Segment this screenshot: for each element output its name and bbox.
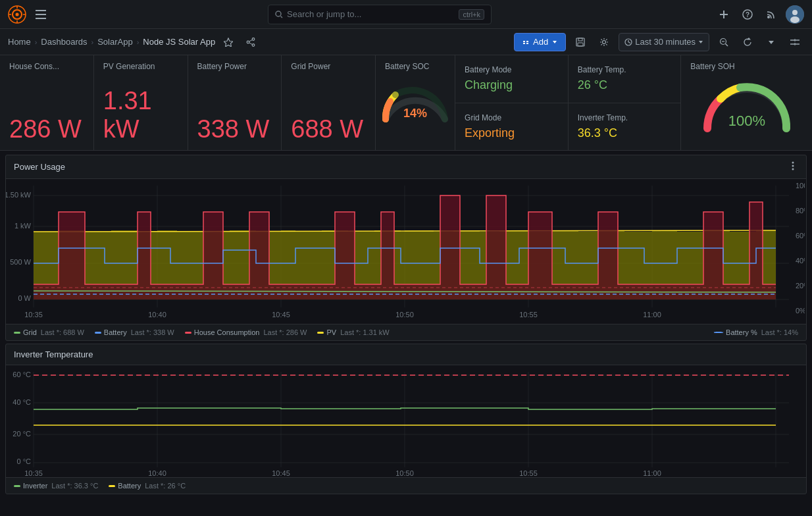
battery-legend-color <box>95 332 101 334</box>
battery-temp-value: 26 °C <box>578 78 672 92</box>
svg-point-16 <box>767 16 770 18</box>
user-avatar[interactable] <box>786 5 804 24</box>
power-usage-legend: Grid Last *: 688 W Battery Last *: 338 W… <box>6 324 806 340</box>
settings-button[interactable] <box>595 33 613 51</box>
svg-text:11:00: 11:00 <box>643 311 661 319</box>
svg-marker-38 <box>699 41 703 43</box>
grid-mode-value: Exporting <box>465 126 559 140</box>
svg-point-52 <box>792 168 794 170</box>
plus-menu[interactable] <box>715 5 733 24</box>
rss-icon[interactable] <box>762 5 780 24</box>
svg-text:1.50 kW: 1.50 kW <box>6 191 32 199</box>
help-icon[interactable]: ? <box>738 5 757 24</box>
inverter-temp-title: Inverter Temperature <box>14 349 93 359</box>
svg-text:1 kW: 1 kW <box>14 222 32 230</box>
legend-battery: Battery Last *: 338 W <box>95 328 174 336</box>
svg-text:?: ? <box>746 11 749 18</box>
svg-text:0%: 0% <box>796 307 805 315</box>
battery-soh-label: Battery SOH <box>690 62 734 71</box>
save-dashboard-button[interactable] <box>571 33 590 51</box>
inverter-temp-stat-value: 36.3 °C <box>578 126 672 140</box>
soc-gauge-svg: 14% <box>376 70 455 129</box>
svg-line-41 <box>726 43 728 46</box>
breadcrumb-bar: Home › Dashboards › SolarApp › Node JS S… <box>0 29 812 55</box>
inverter-temp-chart: 60 °C 40 °C 20 °C 0 °C 10:35 10:40 10:45… <box>6 365 806 477</box>
inverter-legend-color <box>14 485 20 487</box>
svg-point-34 <box>603 40 606 43</box>
zoom-out-button[interactable] <box>715 33 733 51</box>
legend-inverter: Inverter Last *: 36.3 °C <box>14 482 98 490</box>
breadcrumb-actions: Add Last 30 minutes <box>514 33 804 51</box>
pv-legend-color <box>317 332 324 334</box>
grid-legend-color <box>14 332 20 334</box>
battery-temp-card: Battery Temp. 26 °C <box>569 55 681 103</box>
svg-text:40%: 40% <box>796 257 805 265</box>
svg-line-11 <box>281 16 283 18</box>
svg-text:10:50: 10:50 <box>395 469 414 477</box>
battery-pct-legend-color <box>714 332 723 333</box>
inverter-temp-stat-card: Inverter Temp. 36.3 °C <box>569 103 681 151</box>
share-button[interactable] <box>241 33 260 51</box>
svg-point-19 <box>790 16 799 23</box>
svg-point-2 <box>16 13 19 16</box>
svg-marker-43 <box>769 41 774 44</box>
svg-line-24 <box>249 39 253 41</box>
inverter-temp-stat-label: Inverter Temp. <box>578 113 672 122</box>
stat-card-house-consumption: House Cons... 286 W <box>0 55 94 150</box>
grid-mode-label: Grid Mode <box>465 113 559 122</box>
power-usage-header: Power Usage <box>6 155 806 179</box>
svg-text:20 °C: 20 °C <box>13 430 31 438</box>
stat-card-battery-power: Battery Power 338 W <box>188 55 282 150</box>
app-logo[interactable] <box>8 5 26 24</box>
svg-rect-8 <box>36 14 46 15</box>
star-button[interactable] <box>219 33 238 51</box>
svg-point-22 <box>247 41 249 43</box>
search-shortcut: ctrl+k <box>459 9 484 20</box>
legend-house: House Consumption Last *: 286 W <box>185 328 307 336</box>
svg-text:10:40: 10:40 <box>148 311 166 319</box>
search-bar[interactable]: Search or jump to... ctrl+k <box>268 5 492 24</box>
svg-line-25 <box>249 43 253 45</box>
legend-pv: PV Last *: 1.31 kW <box>317 328 389 336</box>
breadcrumb-solarapp[interactable]: SolarApp <box>97 37 132 47</box>
breadcrumb-home[interactable]: Home <box>8 37 31 47</box>
soh-gauge-svg: 100% <box>698 76 796 142</box>
more-options-button[interactable] <box>762 33 780 51</box>
house-legend-color <box>185 332 191 334</box>
battery-mode-card: Battery Mode Charging <box>455 55 568 103</box>
collapse-button[interactable] <box>786 33 804 51</box>
power-usage-menu[interactable] <box>788 161 798 173</box>
top-nav: Search or jump to... ctrl+k ? <box>0 0 812 29</box>
battery-soh-card: Battery SOH 100% <box>681 55 812 150</box>
svg-point-51 <box>792 165 794 167</box>
house-consumption-value: 286 W <box>9 115 84 143</box>
svg-text:10:55: 10:55 <box>519 311 538 319</box>
add-button[interactable]: Add <box>514 33 566 51</box>
battery-temp-legend-color <box>109 485 115 487</box>
power-usage-chart: 1.50 kW 1 kW 500 W 0 W 100% 80% 60% 40% … <box>6 179 806 324</box>
legend-battery-temp: Battery Last *: 26 °C <box>109 482 186 490</box>
battery-soc-card: Battery SOC 14% <box>376 55 455 150</box>
time-range-picker[interactable]: Last 30 minutes <box>619 33 709 51</box>
inverter-temp-header: Inverter Temperature <box>6 344 806 365</box>
pv-generation-label: PV Generation <box>103 62 178 71</box>
svg-text:0 W: 0 W <box>18 294 31 302</box>
svg-text:14%: 14% <box>403 107 427 120</box>
svg-point-23 <box>252 43 255 46</box>
svg-point-10 <box>276 11 281 16</box>
breadcrumb-dashboards[interactable]: Dashboards <box>41 37 87 47</box>
svg-text:500 W: 500 W <box>10 258 31 266</box>
svg-text:20%: 20% <box>796 282 805 290</box>
sidebar-toggle[interactable] <box>32 5 50 24</box>
svg-rect-33 <box>578 43 583 46</box>
power-usage-title: Power Usage <box>14 162 65 172</box>
legend-grid: Grid Last *: 688 W <box>14 328 84 336</box>
svg-point-18 <box>792 10 798 15</box>
refresh-button[interactable] <box>738 33 757 51</box>
breadcrumb-current: Node JS Solar App <box>143 37 215 47</box>
inverter-temp-svg: 60 °C 40 °C 20 °C 0 °C 10:35 10:40 10:45… <box>6 365 805 477</box>
battery-power-value: 338 W <box>197 115 272 143</box>
svg-text:10:35: 10:35 <box>24 311 43 319</box>
grid-mode-card: Grid Mode Exporting <box>455 103 568 151</box>
stat-card-grid-power: Grid Power 688 W <box>282 55 376 150</box>
